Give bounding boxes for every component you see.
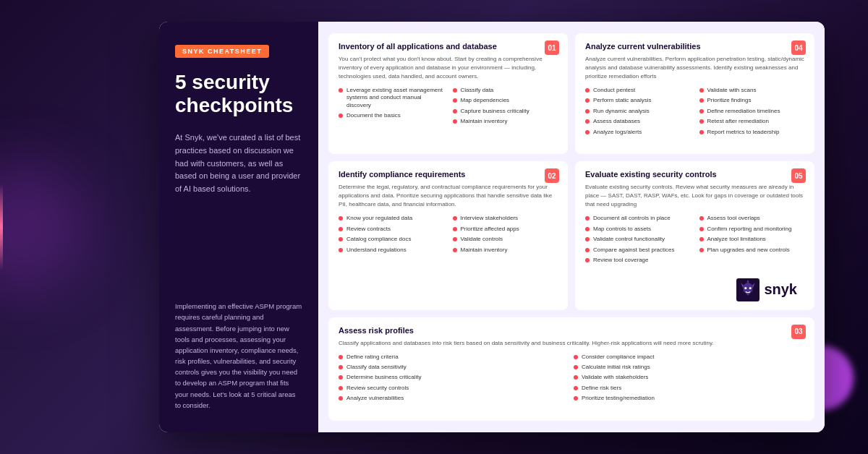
bg-line-left xyxy=(0,184,3,270)
card-number-03: 03 xyxy=(791,325,806,339)
snyk-logo-area: snyk xyxy=(585,274,804,301)
snyk-icon xyxy=(736,278,760,301)
card-number-05: 05 xyxy=(791,168,806,183)
card-number-02: 02 xyxy=(545,168,559,183)
card-title-01: Inventory of all applications and databa… xyxy=(339,42,558,51)
svg-point-4 xyxy=(745,287,747,289)
checkpoint-card-03: 03 Assess risk profiles Classify applica… xyxy=(328,317,814,421)
card-lists-05: Document all controls in place Map contr… xyxy=(585,215,804,273)
checkpoint-card-02: 02 Identify compliance requirements Dete… xyxy=(328,161,568,309)
left-panel: SNYK CHEATSHEET 5 security checkpoints A… xyxy=(159,22,318,432)
card-number-04: 04 xyxy=(791,40,806,55)
card-title-02: Identify compliance requirements xyxy=(339,170,558,179)
card-desc-05: Evaluate existing security controls. Rev… xyxy=(585,183,804,209)
main-card: SNYK CHEATSHEET 5 security checkpoints A… xyxy=(159,22,825,432)
card-desc-02: Determine the legal, regulatory, and con… xyxy=(339,183,558,209)
card-number-01: 01 xyxy=(545,40,559,55)
card-desc-03: Classify applications and databases into… xyxy=(339,339,804,348)
card-title-05: Evaluate existing security controls xyxy=(585,170,804,179)
card-title-04: Analyze current vulnerabilities xyxy=(585,42,804,51)
checkpoint-card-04: 04 Analyze current vulnerabilities Analy… xyxy=(575,33,814,154)
checkpoint-card-05: 05 Evaluate existing security controls E… xyxy=(575,161,814,309)
bg-orb-left xyxy=(0,162,87,292)
card-lists-02: Know your regulated data Review contract… xyxy=(339,215,558,257)
left-body-text: Implementing an effective ASPM program r… xyxy=(175,301,302,411)
snyk-cheatsheet-badge: SNYK CHEATSHEET xyxy=(175,45,269,58)
left-title: 5 security checkpoints xyxy=(175,71,302,117)
card-lists-03: Define rating criteria Classify data sen… xyxy=(339,354,804,406)
card-desc-04: Analyze current vulnerabilities. Perform… xyxy=(585,55,804,81)
card-lists-04: Conduct pentest Perform static analysis … xyxy=(585,87,804,139)
left-subtitle: At Snyk, we've curated a list of best pr… xyxy=(175,132,302,195)
right-panel: 01 Inventory of all applications and dat… xyxy=(318,22,825,432)
svg-point-5 xyxy=(749,287,752,289)
card-lists-01: Leverage existing asset management syste… xyxy=(339,87,558,129)
snyk-name-text: snyk xyxy=(764,281,797,298)
checkpoint-card-01: 01 Inventory of all applications and dat… xyxy=(328,33,568,154)
card-desc-01: You can't protect what you don't know ab… xyxy=(339,55,558,81)
card-title-03: Assess risk profiles xyxy=(339,326,804,335)
snyk-logo: snyk xyxy=(736,278,797,301)
